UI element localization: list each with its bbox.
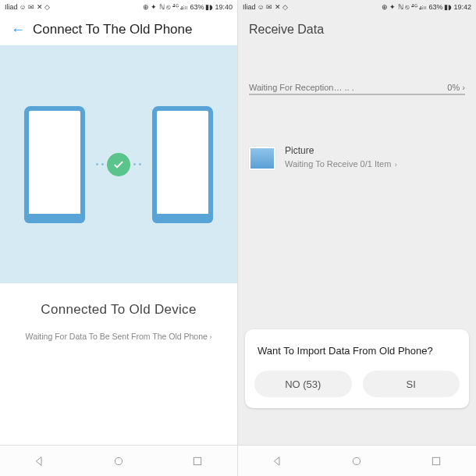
carrier-label: Iliad [5, 3, 18, 11]
nav-recents-button[interactable] [421, 455, 452, 467]
connection-indicator [96, 153, 141, 176]
progress-bar [249, 94, 465, 95]
carrier-label: Iliad [243, 3, 256, 11]
old-phone-icon [24, 106, 85, 223]
time-label: 19:40 [215, 3, 233, 11]
nav-bar [238, 445, 476, 476]
dialog-text: Want To Import Data From Old Phone? [254, 345, 460, 357]
info-area: Connected To Old Device Waiting For Data… [0, 283, 237, 445]
status-bar: Iliad ☺ ✉ ✕ ◇ ⊕ ✦ ℕ ⎋ ⁴ᴳ ₄ᵢₗₗ 63% ▮◗ 19:… [238, 0, 476, 14]
item-status: Waiting To Receive 0/1 Item › [285, 159, 465, 169]
nav-recents-button[interactable] [182, 455, 213, 467]
time-label: 19:42 [453, 3, 471, 11]
list-item[interactable]: Picture Waiting To Receive 0/1 Item › [238, 98, 476, 170]
connected-title: Connected To Old Device [8, 302, 229, 318]
yes-button[interactable]: SI [363, 371, 460, 397]
waiting-subtitle: Waiting For Data To Be Sent From The Old… [8, 332, 229, 341]
svg-rect-3 [432, 457, 439, 464]
chevron-right-icon: › [393, 161, 397, 169]
svg-point-2 [353, 457, 361, 464]
nav-home-button[interactable] [103, 455, 134, 467]
chevron-right-icon: › [208, 333, 212, 341]
back-arrow-icon[interactable]: ← [11, 22, 27, 38]
nav-back-button[interactable] [262, 455, 293, 467]
svg-rect-1 [194, 457, 201, 464]
page-title: Receive Data [249, 23, 324, 37]
progress-section: Waiting For Reception… .. . 0% › [238, 45, 476, 98]
battery-label: 63% [428, 3, 442, 11]
connection-illustration [0, 45, 237, 283]
page-title: Connect To The Old Phone [33, 22, 192, 37]
no-button[interactable]: NO (53) [254, 371, 352, 397]
nav-back-button[interactable] [24, 455, 55, 467]
status-bar: Iliad ☺ ✉ ✕ ◇ ⊕ ✦ ℕ ⎋ ⁴ᴳ ₄ᵢₗₗ 63% ▮◗ 19:… [0, 0, 237, 14]
import-dialog: Want To Import Data From Old Phone? NO (… [245, 329, 469, 408]
progress-percent: 0% › [447, 83, 465, 92]
nav-bar [0, 445, 237, 476]
status-misc-icons: ☺ ✉ ✕ ◇ [20, 3, 51, 11]
status-signal-icons: ⊕ ✦ ℕ ⎋ ⁴ᴳ ₄ᵢₗₗ [143, 3, 189, 11]
svg-point-0 [115, 457, 122, 464]
battery-label: 63% [190, 3, 204, 11]
check-circle-icon [107, 153, 130, 176]
picture-icon [249, 147, 275, 170]
status-signal-icons: ⊕ ✦ ℕ ⎋ ⁴ᴳ ₄ᵢₗₗ [382, 3, 428, 11]
status-misc-icons: ☺ ✉ ✕ ◇ [258, 3, 289, 11]
new-phone-icon [152, 106, 213, 223]
header: ← Connect To The Old Phone [0, 14, 237, 45]
progress-label: Waiting For Reception… .. . [249, 83, 354, 92]
battery-icon: ▮◗ [444, 3, 452, 11]
item-title: Picture [285, 145, 465, 156]
nav-home-button[interactable] [341, 455, 372, 467]
battery-icon: ▮◗ [205, 3, 213, 11]
header: Receive Data [238, 14, 476, 45]
